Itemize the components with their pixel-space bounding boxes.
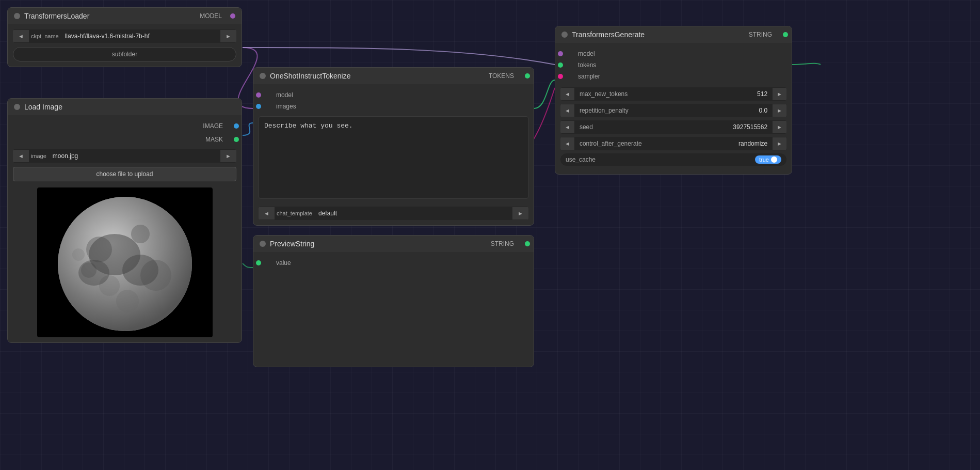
image-output-label: IMAGE xyxy=(203,122,223,130)
repetition-penalty-value: 0.0 xyxy=(731,104,773,117)
svg-point-10 xyxy=(122,255,158,286)
repetition-penalty-row: ◄ repetition_penalty 0.0 ► xyxy=(560,104,786,117)
transformers-loader-title: TransformersLoader xyxy=(24,12,89,20)
repetition-penalty-label: repetition_penalty xyxy=(574,104,731,117)
ckpt-arrow-left[interactable]: ◄ xyxy=(13,30,29,42)
model-input-label: model xyxy=(276,91,293,99)
preview-string-title: PreviewString xyxy=(270,240,314,248)
control-after-generate-value: randomize xyxy=(731,137,773,150)
load-image-node: Load Image IMAGE MASK ◄ image moon.jpg ►… xyxy=(7,98,242,343)
seed-label: seed xyxy=(574,120,728,134)
svg-point-7 xyxy=(116,290,139,312)
svg-point-8 xyxy=(72,248,85,261)
transformers-generate-title: TransformersGenerate xyxy=(572,30,645,39)
subfolder-button[interactable]: subfolder xyxy=(13,47,236,61)
tg-model-input-row: model xyxy=(560,48,786,59)
chat-template-arrow-right[interactable]: ► xyxy=(512,207,528,220)
moon-image-preview xyxy=(37,187,213,337)
tg-model-input-label: model xyxy=(578,50,595,57)
use-cache-label: use_cache xyxy=(566,156,755,163)
string-output-label: STRING xyxy=(491,240,514,247)
string-output-port[interactable] xyxy=(525,241,530,246)
load-image-title: Load Image xyxy=(24,103,62,111)
max-new-tokens-value: 512 xyxy=(731,87,773,101)
model-output-port[interactable] xyxy=(230,13,235,19)
svg-point-3 xyxy=(131,225,150,243)
transformers-loader-status-dot xyxy=(14,13,20,19)
model-input-port[interactable] xyxy=(256,92,261,98)
tg-sampler-input-label: sampler xyxy=(578,73,600,80)
transformers-generate-header: TransformersGenerate STRING xyxy=(555,26,792,43)
tokens-output-port[interactable] xyxy=(525,73,530,79)
seed-arrow-right[interactable]: ► xyxy=(773,121,786,133)
oneshot-header: OneShotInstructTokenize TOKENS xyxy=(253,68,534,84)
seed-value: 3927515562 xyxy=(728,120,773,134)
seed-arrow-left[interactable]: ◄ xyxy=(560,121,574,133)
mask-output-port[interactable] xyxy=(234,137,239,142)
chat-template-value: default xyxy=(314,207,512,220)
model-input-row: model xyxy=(259,89,528,101)
max-new-tokens-arrow-left[interactable]: ◄ xyxy=(560,88,574,100)
transformers-loader-content: ◄ ckpt_name llava-hf/llava-v1.6-mistral-… xyxy=(8,24,242,67)
preview-string-header: PreviewString STRING xyxy=(253,236,534,252)
control-after-generate-arrow-right[interactable]: ► xyxy=(773,137,786,150)
image-file-value: moon.jpg xyxy=(49,149,220,163)
tg-tokens-input-row: tokens xyxy=(560,59,786,71)
images-input-row: images xyxy=(259,101,528,112)
rep-penalty-arrow-left[interactable]: ◄ xyxy=(560,104,574,117)
oneshot-status-dot xyxy=(260,73,266,79)
preview-string-node: PreviewString STRING value xyxy=(253,235,534,367)
image-selector-row: ◄ image moon.jpg ► xyxy=(13,149,236,163)
preview-string-content: value xyxy=(253,252,534,367)
value-input-label: value xyxy=(276,259,291,267)
max-new-tokens-label: max_new_tokens xyxy=(574,87,731,101)
tg-model-input-port[interactable] xyxy=(558,51,563,56)
mask-output-label: MASK xyxy=(205,136,223,143)
tokens-output-label: TOKENS xyxy=(489,72,514,80)
chat-template-row: ◄ chat_template default ► xyxy=(259,207,528,220)
transformers-generate-content: model tokens sampler ◄ max_new_tokens 51… xyxy=(555,43,792,174)
image-output-port[interactable] xyxy=(234,123,239,129)
transformers-loader-node: TransformersLoader MODEL ◄ ckpt_name lla… xyxy=(7,7,242,67)
tg-string-output-port[interactable] xyxy=(783,32,788,37)
load-image-content: IMAGE MASK ◄ image moon.jpg ► choose fil… xyxy=(8,115,242,342)
tg-sampler-input-port[interactable] xyxy=(558,74,563,79)
image-arrow-left[interactable]: ◄ xyxy=(13,150,29,162)
moon-svg xyxy=(37,187,213,337)
oneshot-title: OneShotInstructTokenize xyxy=(270,72,350,80)
preview-string-status-dot xyxy=(260,241,266,247)
toggle-circle xyxy=(771,156,777,163)
transformers-generate-status-dot xyxy=(561,32,568,38)
value-input-port[interactable] xyxy=(256,260,261,265)
control-after-generate-label: control_after_generate xyxy=(574,137,731,150)
image-preview-container xyxy=(13,187,236,337)
tg-string-output-label: STRING xyxy=(749,31,772,38)
control-after-generate-arrow-left[interactable]: ◄ xyxy=(560,137,574,150)
oneshot-content: model images Describe what you see. ◄ ch… xyxy=(253,84,534,225)
load-image-status-dot xyxy=(14,104,20,110)
oneshot-instruct-tokenize-node: OneShotInstructTokenize TOKENS model ima… xyxy=(253,67,534,226)
chat-template-label: chat_template xyxy=(275,210,314,216)
max-new-tokens-arrow-right[interactable]: ► xyxy=(773,88,786,100)
use-cache-value: true xyxy=(759,156,769,163)
seed-row: ◄ seed 3927515562 ► xyxy=(560,120,786,134)
rep-penalty-arrow-right[interactable]: ► xyxy=(773,104,786,117)
image-selector-label: image xyxy=(29,153,49,159)
ckpt-arrow-right[interactable]: ► xyxy=(220,30,236,42)
image-arrow-right[interactable]: ► xyxy=(220,150,236,162)
prompt-textarea[interactable]: Describe what you see. xyxy=(259,116,528,199)
control-after-generate-row: ◄ control_after_generate randomize ► xyxy=(560,137,786,150)
ckpt-name-label: ckpt_name xyxy=(29,33,61,39)
tg-tokens-input-label: tokens xyxy=(578,61,596,69)
load-image-header: Load Image xyxy=(8,99,242,115)
ckpt-name-row: ◄ ckpt_name llava-hf/llava-v1.6-mistral-… xyxy=(13,29,236,43)
use-cache-row: use_cache true xyxy=(560,153,786,166)
transformers-loader-header: TransformersLoader MODEL xyxy=(8,8,242,24)
svg-point-11 xyxy=(78,260,109,286)
upload-button[interactable]: choose file to upload xyxy=(13,167,236,181)
use-cache-toggle[interactable]: true xyxy=(755,155,781,164)
tg-tokens-input-port[interactable] xyxy=(558,62,563,68)
chat-template-arrow-left[interactable]: ◄ xyxy=(259,207,275,220)
images-input-port[interactable] xyxy=(256,104,261,109)
transformers-generate-node: TransformersGenerate STRING model tokens… xyxy=(555,26,792,175)
